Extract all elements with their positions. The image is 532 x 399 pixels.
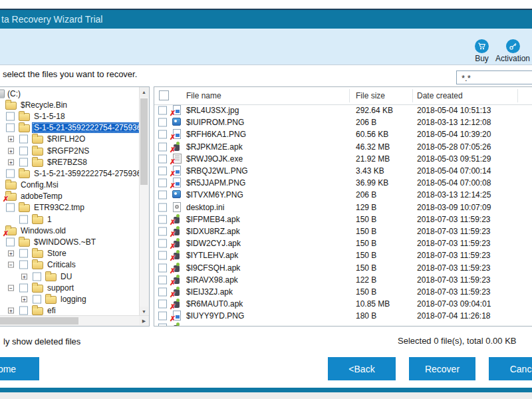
tree-checkbox[interactable] bbox=[6, 169, 15, 178]
file-checkbox[interactable] bbox=[158, 179, 167, 188]
file-row[interactable]: ✗$RWJ9OJK.exe21.92 MB2018-05-03 09:51:29 bbox=[154, 153, 532, 165]
tree-checkbox[interactable] bbox=[19, 215, 28, 223]
column-date-created[interactable]: Date created bbox=[417, 91, 463, 100]
file-checkbox[interactable] bbox=[158, 312, 167, 321]
tree-item[interactable]: S-1-5-21-3592222754-2759360 bbox=[0, 122, 139, 134]
home-button[interactable]: Home bbox=[0, 357, 39, 380]
expand-icon[interactable]: + bbox=[8, 251, 14, 257]
column-file-name[interactable]: File name bbox=[186, 91, 221, 100]
expand-icon[interactable]: + bbox=[8, 136, 14, 142]
file-row[interactable]: ✗$R6MAUT0.apk10.85 MB2018-07-03 09:04:01 bbox=[154, 298, 532, 310]
file-checkbox[interactable] bbox=[158, 106, 167, 115]
tree-checkbox[interactable] bbox=[33, 272, 41, 281]
file-checkbox[interactable] bbox=[158, 263, 167, 272]
tree-item[interactable]: ETR93C2.tmp bbox=[0, 202, 139, 213]
file-row[interactable]: ✗$IEIJ3ZJ.apk150 B2018-07-03 11:59:23 bbox=[154, 286, 532, 298]
tree-checkbox[interactable] bbox=[6, 203, 15, 212]
file-checkbox[interactable] bbox=[158, 154, 167, 163]
file-checkbox[interactable] bbox=[158, 275, 167, 284]
file-row[interactable]: ✗$RFH6KA1.PNG60.56 KB2018-05-04 10:39:20 bbox=[154, 128, 532, 140]
scroll-right-icon[interactable]: ▶ bbox=[139, 316, 149, 325]
tree-checkbox[interactable] bbox=[19, 261, 28, 269]
tree-item[interactable]: +DU bbox=[0, 271, 139, 282]
file-row[interactable]: ✗$IYTLEHV.apk150 B2018-07-03 11:59:23 bbox=[154, 249, 532, 261]
tree-checkbox[interactable] bbox=[19, 307, 28, 315]
expand-icon[interactable]: + bbox=[21, 296, 27, 302]
buy-label[interactable]: Buy bbox=[469, 54, 494, 63]
scrollbar-thumb-horizontal[interactable] bbox=[0, 317, 78, 325]
tree-checkbox[interactable] bbox=[6, 124, 15, 132]
file-checkbox[interactable] bbox=[158, 300, 167, 309]
tree-item[interactable]: +$RIFLH2O bbox=[0, 134, 139, 145]
tree-item[interactable]: +$RGFP2NS bbox=[0, 145, 139, 156]
tree-checkbox[interactable] bbox=[19, 146, 28, 155]
tree-checkbox[interactable] bbox=[19, 135, 28, 144]
tree-item[interactable]: S-1-5-18 bbox=[0, 110, 139, 122]
file-checkbox[interactable] bbox=[158, 324, 167, 326]
tree-item[interactable]: +$RE7BZS8 bbox=[0, 156, 139, 168]
tree-checkbox[interactable] bbox=[19, 283, 28, 292]
tree-item[interactable]: ✗Windows.old bbox=[0, 225, 139, 236]
expand-icon[interactable]: + bbox=[8, 148, 14, 154]
file-row[interactable]: $ITVXM6Y.PNG206 B2018-03-13 12:14:25 bbox=[154, 189, 532, 201]
tree-horizontal-scrollbar[interactable]: ▶ bbox=[0, 315, 149, 326]
file-row[interactable]: ✗$RBQJ2WL.PNG3.43 KB2018-05-04 07:00:14 bbox=[154, 165, 532, 177]
tree-item[interactable]: +Store bbox=[0, 248, 139, 259]
file-row[interactable]: ✗$IDW2CYJ.apk150 B2018-07-03 11:59:23 bbox=[154, 237, 532, 249]
tree-item[interactable]: −support bbox=[0, 282, 139, 293]
tree-vertical-scrollbar[interactable]: ▲ ▼ bbox=[139, 87, 149, 317]
file-checkbox[interactable] bbox=[158, 118, 167, 127]
file-checkbox[interactable] bbox=[158, 287, 167, 296]
file-row[interactable]: ✗$R5JJAPM.PNG36.99 KB2018-05-04 07:00:08 bbox=[154, 177, 532, 189]
deleted-filter-label[interactable]: ly show deleted files bbox=[3, 336, 80, 346]
select-all-checkbox[interactable] bbox=[159, 90, 169, 100]
file-row[interactable]: ✗$IFPMEB4.apk150 B2018-07-03 11:59:23 bbox=[154, 213, 532, 225]
file-row[interactable]: ✗ bbox=[154, 322, 532, 326]
tree-item[interactable]: (C:) bbox=[0, 88, 139, 99]
column-divider[interactable] bbox=[412, 89, 413, 102]
file-row[interactable]: ✗$IUYY9YD.PNG180 B2018-07-04 11:26:18 bbox=[154, 310, 532, 322]
buy-button[interactable] bbox=[475, 39, 489, 53]
expand-icon[interactable]: + bbox=[8, 159, 14, 165]
file-checkbox[interactable] bbox=[158, 215, 167, 223]
scroll-up-icon[interactable]: ▲ bbox=[140, 87, 148, 97]
back-button[interactable]: <Back bbox=[328, 357, 396, 380]
file-row[interactable]: desktop.ini129 B2018-03-09 10:07:09 bbox=[154, 201, 532, 213]
file-row[interactable]: ✗$RJPKM2E.apk46.32 MB2018-05-28 07:05:26 bbox=[154, 141, 532, 153]
file-checkbox[interactable] bbox=[158, 142, 167, 151]
column-divider[interactable] bbox=[517, 89, 518, 102]
scrollbar-thumb[interactable] bbox=[140, 98, 148, 185]
tree-item[interactable]: −Criticals bbox=[0, 259, 139, 271]
column-file-size[interactable]: File size bbox=[356, 91, 385, 100]
file-row[interactable]: ✗$IDXU8RZ.apk150 B2018-07-03 11:59:23 bbox=[154, 225, 532, 237]
tree-item[interactable]: +logging bbox=[0, 293, 139, 305]
tree-checkbox[interactable] bbox=[33, 295, 41, 303]
tree-item[interactable]: 1 bbox=[0, 213, 139, 225]
tree-item[interactable]: $Recycle.Bin bbox=[0, 99, 139, 110]
file-checkbox[interactable] bbox=[158, 130, 167, 139]
file-row[interactable]: ✗$I9CFSQH.apk150 B2018-07-03 11:59:23 bbox=[154, 261, 532, 273]
tree-checkbox[interactable] bbox=[19, 249, 28, 258]
recover-button[interactable]: Recover bbox=[409, 357, 475, 380]
tree-item[interactable]: $WINDOWS.~BT bbox=[0, 236, 139, 247]
collapse-icon[interactable]: − bbox=[8, 262, 14, 268]
file-checkbox[interactable] bbox=[158, 167, 167, 176]
tree-checkbox[interactable] bbox=[6, 238, 15, 247]
tree-item[interactable]: +efi bbox=[0, 305, 139, 316]
file-checkbox[interactable] bbox=[158, 227, 167, 235]
activation-label[interactable]: Activation bbox=[492, 54, 532, 63]
file-checkbox[interactable] bbox=[158, 239, 167, 248]
tree-item[interactable]: ✗adobeTemp bbox=[0, 191, 139, 202]
tree-item[interactable]: S-1-5-21-3592222754-2759360 bbox=[0, 168, 139, 179]
search-input[interactable] bbox=[456, 70, 532, 84]
file-checkbox[interactable] bbox=[158, 251, 167, 260]
file-row[interactable]: $IUIPROM.PNG206 B2018-03-13 12:12:08 bbox=[154, 116, 532, 128]
file-checkbox[interactable] bbox=[158, 203, 167, 211]
file-row[interactable]: ✗$IRAVX98.apk122 B2018-07-03 11:59:23 bbox=[154, 274, 532, 286]
column-divider[interactable] bbox=[349, 89, 350, 102]
activation-button[interactable] bbox=[506, 39, 520, 53]
tree-checkbox[interactable] bbox=[6, 112, 15, 120]
tree-item[interactable]: Config.Msi bbox=[0, 180, 139, 191]
expand-icon[interactable]: + bbox=[8, 308, 14, 314]
file-checkbox[interactable] bbox=[158, 191, 167, 200]
